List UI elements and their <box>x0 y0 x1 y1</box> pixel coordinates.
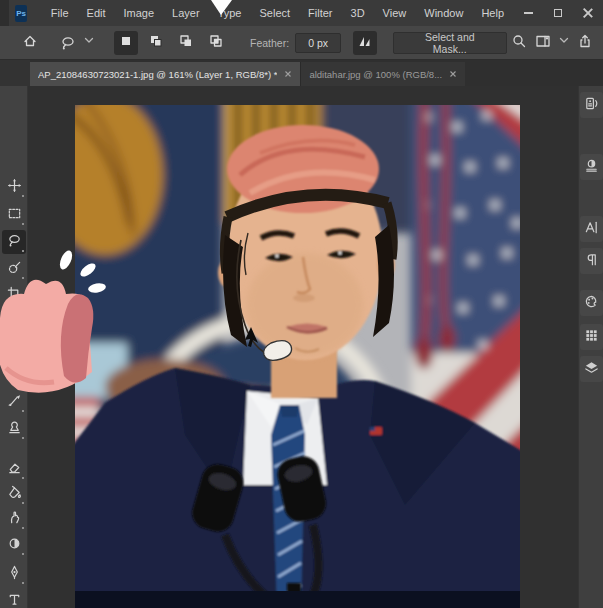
layers-panel-button[interactable] <box>580 356 603 382</box>
menu-image[interactable]: Image <box>115 0 164 26</box>
tab-close-icon[interactable] <box>284 70 292 78</box>
document-tab-bar: AP_21084630723021-1.jpg @ 161% (Layer 1,… <box>0 60 603 86</box>
feather-setting: Feather: <box>250 33 341 53</box>
feather-label: Feather: <box>250 37 289 49</box>
move-tool[interactable] <box>2 175 26 199</box>
marquee-tool[interactable] <box>2 203 26 227</box>
crop-icon <box>7 286 22 305</box>
marquee-icon <box>7 206 22 225</box>
tab-label: alditahar.jpg @ 100% (RGB/8... <box>309 69 442 80</box>
selection-mode-group <box>114 31 228 55</box>
share-button[interactable] <box>573 31 597 55</box>
character-panel-button[interactable] <box>580 216 603 242</box>
search-button[interactable] <box>507 31 531 55</box>
close-button[interactable] <box>573 0 603 26</box>
photoshop-logo: Ps <box>15 5 26 22</box>
frame-icon <box>7 313 22 332</box>
workspace-button[interactable] <box>531 31 555 55</box>
menu-view[interactable]: View <box>374 0 416 26</box>
share-icon <box>577 33 593 53</box>
paint-bucket-icon <box>7 485 22 504</box>
smudge-icon <box>7 510 22 529</box>
lasso-tool[interactable] <box>2 230 26 254</box>
minimize-icon <box>524 12 533 14</box>
anti-alias-button[interactable] <box>353 31 376 55</box>
frame-tool[interactable] <box>2 310 26 334</box>
maximize-button[interactable] <box>543 0 573 26</box>
minimize-button[interactable] <box>513 0 543 26</box>
menu-file[interactable]: File <box>42 0 78 26</box>
home-icon <box>22 33 38 53</box>
options-bar: Feather: Select and Mask... <box>0 26 603 60</box>
color-panel-icon <box>584 294 599 313</box>
lasso-icon <box>7 233 22 252</box>
select-and-mask-button[interactable]: Select and Mask... <box>393 32 507 54</box>
menu-help[interactable]: Help <box>472 0 513 26</box>
paint-bucket-tool[interactable] <box>2 482 26 506</box>
canvas-area[interactable] <box>28 86 578 608</box>
eraser-tool[interactable] <box>2 457 26 481</box>
search-icon <box>511 33 527 53</box>
adjustments-panel-button[interactable] <box>580 154 603 180</box>
eraser-icon <box>7 460 22 479</box>
swatches-panel-button[interactable] <box>580 324 603 350</box>
menu-3d[interactable]: 3D <box>342 0 374 26</box>
chevron-down-icon <box>557 33 573 53</box>
brush-tool[interactable] <box>2 390 26 414</box>
photo-illustration <box>75 105 520 608</box>
menu-layer[interactable]: Layer <box>163 0 209 26</box>
clone-stamp-tool[interactable] <box>2 417 26 441</box>
quick-selection-icon <box>7 260 22 279</box>
anti-alias-icon <box>357 33 373 53</box>
home-button[interactable] <box>18 31 42 55</box>
move-icon <box>7 178 22 197</box>
dodge-tool[interactable] <box>2 533 26 557</box>
new-selection-button[interactable] <box>114 31 138 55</box>
dodge-icon <box>7 536 22 555</box>
menu-select[interactable]: Select <box>251 0 300 26</box>
menu-edit[interactable]: Edit <box>78 0 115 26</box>
intersect-selection-button[interactable] <box>204 31 228 55</box>
pen-icon <box>7 565 22 584</box>
brush-icon <box>7 393 22 412</box>
tab-close-icon[interactable] <box>449 70 457 78</box>
plugins-panel-icon <box>584 96 599 115</box>
tabs-holder: AP_21084630723021-1.jpg @ 161% (Layer 1,… <box>30 62 465 86</box>
eyedropper-icon <box>7 339 22 358</box>
options-right-group <box>507 31 603 55</box>
photoshop-window: Ps FileEditImageLayerTypeSelectFilter3DV… <box>0 0 603 608</box>
subtract-from-selection-button[interactable] <box>174 31 198 55</box>
eyedropper-tool[interactable] <box>2 336 26 360</box>
chevron-down-icon <box>82 33 98 53</box>
menu-window[interactable]: Window <box>415 0 472 26</box>
character-panel-icon <box>584 220 599 239</box>
document-image[interactable] <box>75 105 520 608</box>
paragraph-panel-button[interactable] <box>580 248 603 274</box>
tab-label: AP_21084630723021-1.jpg @ 161% (Layer 1,… <box>38 69 277 80</box>
subtract-from-selection-icon <box>178 33 194 53</box>
healing-brush-tool[interactable] <box>2 363 26 387</box>
maximize-icon <box>554 9 562 17</box>
pen-tool[interactable] <box>2 562 26 586</box>
add-to-selection-button[interactable] <box>144 31 168 55</box>
workspace-icon <box>535 33 551 53</box>
video-cursor-artifact <box>211 0 232 15</box>
document-tab-1[interactable]: AP_21084630723021-1.jpg @ 161% (Layer 1,… <box>30 62 300 86</box>
crop-tool[interactable] <box>2 283 26 307</box>
feather-input[interactable] <box>295 33 341 53</box>
color-panel-button[interactable] <box>580 290 603 316</box>
current-tool-button[interactable] <box>56 31 98 55</box>
type-tool[interactable] <box>2 589 26 608</box>
smudge-tool[interactable] <box>2 507 26 531</box>
quick-selection-tool[interactable] <box>2 257 26 281</box>
menu-filter[interactable]: Filter <box>299 0 341 26</box>
plugins-panel-button[interactable] <box>580 92 603 118</box>
document-tab-2[interactable]: alditahar.jpg @ 100% (RGB/8... <box>300 62 465 86</box>
menubar-edge <box>0 0 9 26</box>
paragraph-panel-icon <box>584 252 599 271</box>
intersect-selection-icon <box>208 33 224 53</box>
workspace <box>0 86 603 608</box>
menu-bar: Ps FileEditImageLayerTypeSelectFilter3DV… <box>0 0 603 26</box>
layers-panel-icon <box>584 360 599 379</box>
lasso-icon <box>56 31 80 55</box>
